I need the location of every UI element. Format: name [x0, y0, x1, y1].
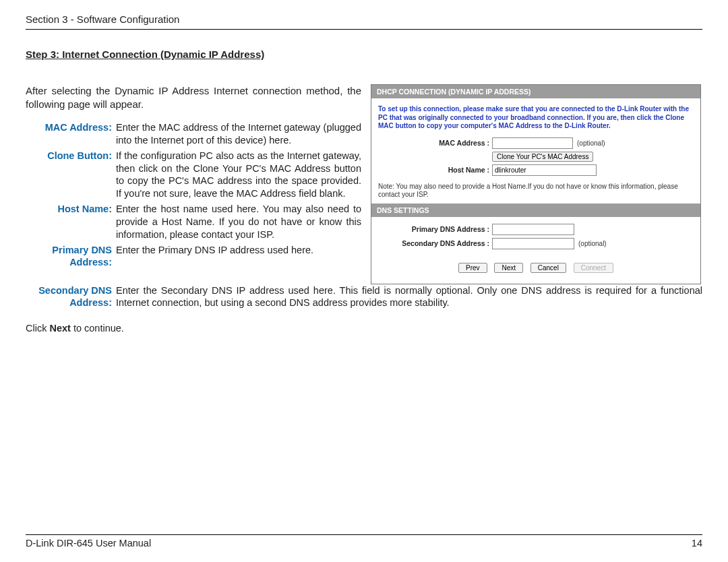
def-row: Secondary DNS Address: Enter the Seconda… [26, 284, 702, 310]
cancel-button[interactable]: Cancel [530, 263, 566, 273]
def-row: Clone Button: If the configuration PC al… [26, 150, 361, 200]
secondary-dns-input[interactable] [492, 238, 574, 249]
def-term-mac: MAC Address: [26, 121, 116, 134]
step-title: Step 3: Internet Connection (Dynamic IP … [26, 49, 702, 60]
def-row: MAC Address: Enter the MAC address of th… [26, 121, 361, 147]
footer-manual-title: D-Link DIR-645 User Manual [26, 538, 151, 549]
section-header: Section 3 - Software Configuration [26, 13, 179, 25]
def-desc-host: Enter the host name used here. You may a… [116, 203, 361, 241]
intro-text: After selecting the Dynamic IP Address I… [26, 84, 361, 111]
def-term-primary-dns: Primary DNS Address: [26, 244, 116, 270]
def-term-secondary-dns: Secondary DNS Address: [26, 284, 116, 310]
dhcp-panel-header: DHCP CONNECTION (DYNAMIC IP ADDRESS) [371, 85, 700, 98]
def-desc-clone: If the configuration PC also acts as the… [116, 150, 361, 200]
prev-button[interactable]: Prev [458, 263, 487, 273]
footer-page-number: 14 [692, 538, 702, 549]
def-desc-primary-dns: Enter the Primary DNS IP address used he… [116, 244, 361, 257]
outro-text: Click Next to continue. [26, 323, 702, 334]
secondary-dns-optional: (optional) [578, 240, 607, 247]
dns-panel-header: DNS SETTINGS [371, 204, 700, 217]
def-term-host: Host Name: [26, 203, 116, 216]
primary-dns-label: Primary DNS Address : [378, 225, 492, 233]
primary-dns-input[interactable] [492, 224, 574, 235]
mac-optional-text: (optional) [577, 139, 605, 147]
def-row: Host Name: Enter the host name used here… [26, 203, 361, 241]
dhcp-instructions: To set up this connection, please make s… [378, 105, 694, 131]
def-desc-mac: Enter the MAC address of the Internet ga… [116, 121, 361, 147]
mac-address-input[interactable] [492, 137, 573, 149]
mac-address-label: MAC Address : [378, 139, 492, 147]
def-term-clone: Clone Button: [26, 150, 116, 162]
def-row: Primary DNS Address: Enter the Primary D… [26, 244, 361, 270]
host-name-input[interactable] [492, 164, 597, 176]
connect-button[interactable]: Connect [574, 263, 613, 273]
secondary-dns-label: Secondary DNS Address : [378, 239, 492, 247]
router-config-panel: DHCP CONNECTION (DYNAMIC IP ADDRESS) To … [371, 84, 701, 284]
host-name-label: Host Name : [378, 166, 492, 174]
host-note-text: Note: You may also need to provide a Hos… [378, 183, 694, 199]
def-desc-secondary-dns: Enter the Secondary DNS IP address used … [116, 284, 702, 310]
next-button[interactable]: Next [494, 263, 523, 273]
clone-mac-button[interactable]: Clone Your PC's MAC Address [492, 152, 593, 162]
